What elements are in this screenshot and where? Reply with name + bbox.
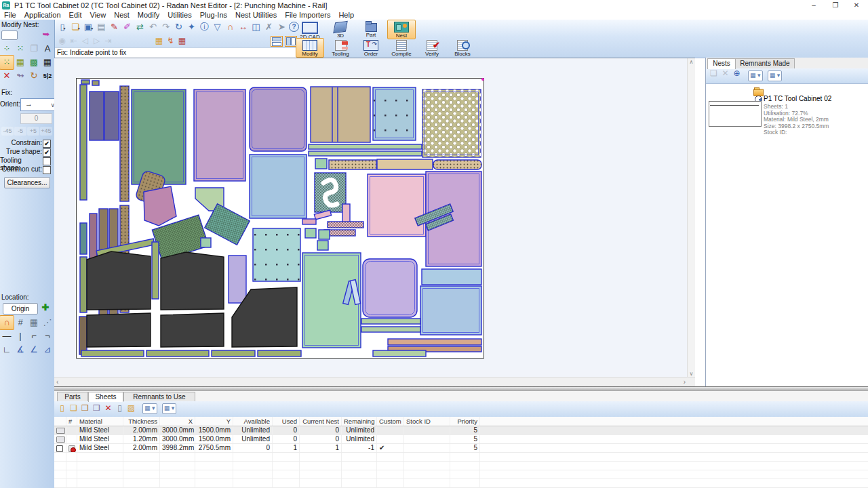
dimension-icon[interactable]: ↔ (237, 21, 249, 33)
checkbox-constrain-[interactable]: ✔ (43, 140, 51, 148)
angle-plus45-button[interactable]: +45 (40, 127, 52, 136)
nest-part[interactable] (132, 89, 186, 184)
context-help-icon[interactable]: ➤ (276, 21, 288, 33)
nest-part[interactable] (309, 151, 422, 156)
nest-part[interactable] (373, 350, 426, 357)
sheet-grid-icon[interactable]: ▦ (177, 36, 187, 46)
nest-part[interactable] (388, 339, 481, 345)
orient-select[interactable]: →∨ (20, 98, 58, 111)
open-folder-icon[interactable]: ❏▾ (70, 21, 81, 33)
snap-vertical-icon[interactable]: | (14, 330, 26, 342)
stage-blocks-button[interactable]: Blocks (448, 38, 477, 58)
save-icon[interactable]: ▣▾ (83, 21, 94, 33)
mode-2d-cad-button[interactable]: 2D CAD (296, 20, 324, 39)
stage-tooling-button[interactable]: Tooling (326, 38, 355, 58)
snap-corner2-icon[interactable]: ¬ (41, 330, 54, 342)
pan-icon[interactable]: ◉ (57, 36, 67, 46)
angle-plus5-button[interactable]: +5 (27, 127, 39, 136)
first-nest-icon[interactable]: ⇤ (68, 36, 79, 46)
nest-part[interactable] (161, 252, 224, 310)
delete-part-icon[interactable]: ✕ (1, 70, 13, 82)
close-button[interactable]: ✕ (846, 0, 867, 11)
clearances-button[interactable]: Clearances... (4, 177, 50, 188)
menu-view[interactable]: View (90, 11, 106, 20)
nest-thumbnail[interactable] (709, 101, 762, 127)
menu-application[interactable]: Application (24, 11, 61, 20)
nest-part[interactable] (309, 144, 422, 149)
angle-minus5-button[interactable]: -5 (14, 127, 26, 136)
rotate-part-icon[interactable]: ↻ (28, 70, 40, 82)
nest-part[interactable] (79, 317, 87, 354)
swap-sequence-icon[interactable]: ↬ (14, 70, 26, 82)
tab-remnants-to-use[interactable]: Remnants to Use (123, 392, 195, 401)
scroll-left-icon[interactable]: ‹ (56, 378, 58, 386)
menu-help[interactable]: Help (338, 11, 354, 20)
stage-verify-button[interactable]: Verify (418, 38, 446, 58)
auto-tool-icon[interactable]: ↯ (165, 36, 176, 46)
nest-part[interactable] (87, 313, 151, 347)
nest-part[interactable] (104, 92, 119, 140)
checkbox-common-cut-[interactable] (43, 166, 51, 174)
move-origin-icon[interactable]: ✚ (39, 302, 52, 314)
delete-nest-icon[interactable]: ✕ (720, 68, 730, 79)
print-icon[interactable]: ▤ (96, 21, 107, 33)
canvas-vertical-scrollbar[interactable]: ∧ ∨ (687, 58, 695, 378)
nest-part[interactable] (201, 238, 211, 247)
nest-part[interactable] (311, 87, 370, 142)
nest-part[interactable] (363, 259, 417, 317)
nest-part[interactable] (302, 219, 316, 224)
nest-part[interactable] (81, 350, 144, 357)
nest-part[interactable] (87, 251, 151, 310)
tab-sheets[interactable]: Sheets (88, 392, 123, 402)
new-nest-button[interactable] (1, 30, 18, 40)
edit-sparkle-icon[interactable]: ✐ (121, 21, 133, 33)
prev-nest-icon[interactable]: ◁ (80, 36, 90, 46)
snap-grid-icon[interactable]: # (14, 317, 26, 329)
nest-part[interactable] (80, 85, 87, 200)
snap-magnet-icon[interactable]: ∩ (0, 315, 14, 330)
nest-part[interactable] (161, 313, 224, 347)
restore-button[interactable]: ❐ (825, 0, 846, 11)
locate-nest-icon[interactable]: ⊕ (732, 68, 742, 79)
mode-3d-button[interactable]: 3D (326, 20, 355, 39)
delete-sheet-icon[interactable]: ✕ (103, 403, 113, 413)
sheets-view-mode-button[interactable]: ▦ ▾ (142, 403, 157, 414)
tab-parts[interactable]: Parts (57, 392, 88, 401)
menu-nest-utilities[interactable]: Nest Utilities (235, 11, 277, 20)
table-row[interactable]: Mild Steel1.20mm3000.0mm1500.0mmUnlimite… (54, 435, 868, 444)
mode-part-button[interactable]: Part (357, 20, 385, 39)
snap-angle2-icon[interactable]: ∠ (28, 344, 40, 356)
last-nest-icon[interactable]: ⇥ (103, 36, 113, 46)
nest-cluster-icon[interactable]: ⁙ (14, 43, 26, 55)
angle-minus45-button[interactable]: -45 (1, 127, 14, 136)
nest-part[interactable] (317, 241, 328, 250)
menu-file[interactable]: File (4, 11, 16, 20)
nest-part[interactable] (315, 159, 327, 169)
snap-horizontal-icon[interactable]: — (1, 330, 13, 342)
sheets-details-mode-button[interactable]: ▦ ▾ (162, 403, 177, 414)
array-nest-icon[interactable]: ▦ (14, 56, 26, 68)
canvas-horizontal-scrollbar[interactable]: ‹ › (54, 377, 695, 387)
copy-sheet-icon[interactable]: ❒ (92, 403, 102, 413)
nest-part[interactable] (361, 319, 420, 324)
tab-nests[interactable]: Nests (707, 58, 736, 69)
minimize-button[interactable]: – (804, 0, 824, 11)
menu-nest[interactable]: Nest (114, 11, 130, 20)
paste-part-icon[interactable]: ❐ (28, 43, 40, 55)
swap-parts-icon[interactable]: ⇄ (134, 21, 146, 33)
nest-part[interactable] (361, 327, 420, 332)
nest-part[interactable] (81, 80, 90, 84)
nest-part[interactable] (212, 350, 255, 357)
nest-part[interactable] (420, 286, 481, 335)
nest-part[interactable] (302, 253, 361, 348)
edit-pencil-icon[interactable]: ✎ (108, 21, 120, 33)
nest-sheet-view[interactable] (76, 78, 484, 359)
sheet-size-icon[interactable]: ◫ (250, 21, 262, 33)
measure-point-icon[interactable]: ✦ (186, 21, 197, 33)
details-mode-button[interactable]: ▦ ▾ (768, 70, 783, 81)
nest-part-icon[interactable]: ⁘ (1, 43, 13, 55)
checkbox-tooling-shape-[interactable] (43, 157, 51, 165)
split-horizontal-view-button[interactable] (271, 36, 283, 47)
redo-icon[interactable]: ↷ (160, 21, 172, 33)
nest-item-title[interactable]: P1 TC Tool Cabinet 02 (764, 95, 831, 102)
